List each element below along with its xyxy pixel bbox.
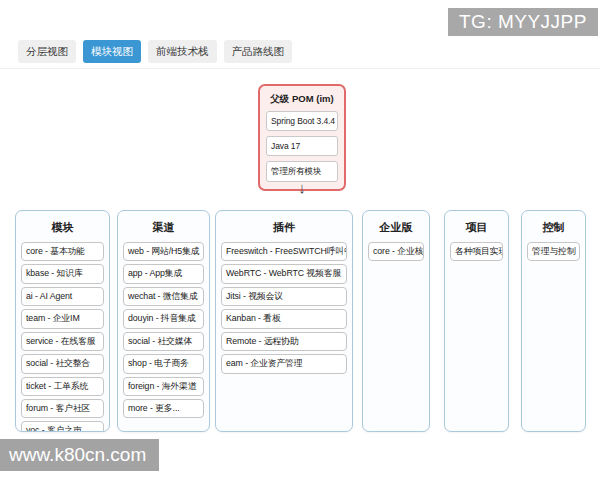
tab-4[interactable]: 产品路线图 xyxy=(224,40,293,63)
module-item: more - 更多... xyxy=(123,399,204,418)
module-item: Kanban - 看板 xyxy=(221,309,347,328)
tab-1[interactable]: 分层视图 xyxy=(18,40,76,63)
module-item: team - 企业IM xyxy=(21,309,104,328)
column-6: 控制管理与控制 xyxy=(521,210,586,432)
parent-pom-title: 父级 POM (im) xyxy=(266,93,338,106)
module-item: core - 企业核心 xyxy=(368,242,424,261)
module-item: ai - AI Agent xyxy=(21,287,104,306)
tab-bar: 分层视图模块视图前端技术栈产品路线图 xyxy=(0,40,600,69)
pom-item-list: Spring Boot 3.4.4Java 17管理所有模块 xyxy=(266,111,338,182)
module-item: 管理与控制 xyxy=(527,242,580,261)
module-item: kbase - 知识库 xyxy=(21,264,104,283)
column-3: 插件Freeswitch - FreeSWITCH呼叫中心WebRTC - We… xyxy=(215,210,353,432)
tab-2[interactable]: 模块视图 xyxy=(83,40,141,63)
module-item: forum - 客户社区 xyxy=(21,399,104,418)
module-item: WebRTC - WebRTC 视频客服 xyxy=(221,264,347,283)
module-item: douyin - 抖音集成 xyxy=(123,309,204,328)
column-title: 模块 xyxy=(21,220,104,235)
module-item: service - 在线客服 xyxy=(21,332,104,351)
module-item: app - App集成 xyxy=(123,264,204,283)
column-2: 渠道web - 网站/H5集成app - App集成wechat - 微信集成d… xyxy=(117,210,210,432)
module-item: Jitsi - 视频会议 xyxy=(221,287,347,306)
column-title: 项目 xyxy=(450,220,503,235)
down-arrow-icon: ↓ xyxy=(288,179,316,196)
module-item: voc - 客户之声 xyxy=(21,421,104,432)
column-title: 企业版 xyxy=(368,220,424,235)
module-item: Freeswitch - FreeSWITCH呼叫中心 xyxy=(221,242,347,261)
column-title: 插件 xyxy=(221,220,347,235)
column-5: 项目各种项目实现 xyxy=(444,210,509,432)
module-item: wechat - 微信集成 xyxy=(123,287,204,306)
module-item: core - 基本功能 xyxy=(21,242,104,261)
module-item: Remote - 远程协助 xyxy=(221,332,347,351)
module-item: eam - 企业资产管理 xyxy=(221,354,347,373)
module-item: shop - 电子商务 xyxy=(123,354,204,373)
tab-3[interactable]: 前端技术栈 xyxy=(148,40,217,63)
pom-item: Spring Boot 3.4.4 xyxy=(266,111,338,131)
module-item: social - 社交媒体 xyxy=(123,332,204,351)
columns-row: 模块core - 基本功能kbase - 知识库ai - AI Agenttea… xyxy=(15,210,586,432)
watermark: www.k80cn.com xyxy=(0,439,159,471)
module-item: web - 网站/H5集成 xyxy=(123,242,204,261)
pom-item: Java 17 xyxy=(266,136,338,156)
telegram-badge: TG: MYYJJPP xyxy=(448,8,598,36)
parent-pom-box: 父级 POM (im) Spring Boot 3.4.4Java 17管理所有… xyxy=(258,84,346,191)
module-item: 各种项目实现 xyxy=(450,242,503,261)
module-item: social - 社交整合 xyxy=(21,354,104,373)
column-4: 企业版core - 企业核心 xyxy=(362,210,430,432)
column-title: 控制 xyxy=(527,220,580,235)
module-item: foreign - 海外渠道 xyxy=(123,377,204,396)
module-item: ticket - 工单系统 xyxy=(21,377,104,396)
column-title: 渠道 xyxy=(123,220,204,235)
column-1: 模块core - 基本功能kbase - 知识库ai - AI Agenttea… xyxy=(15,210,110,432)
